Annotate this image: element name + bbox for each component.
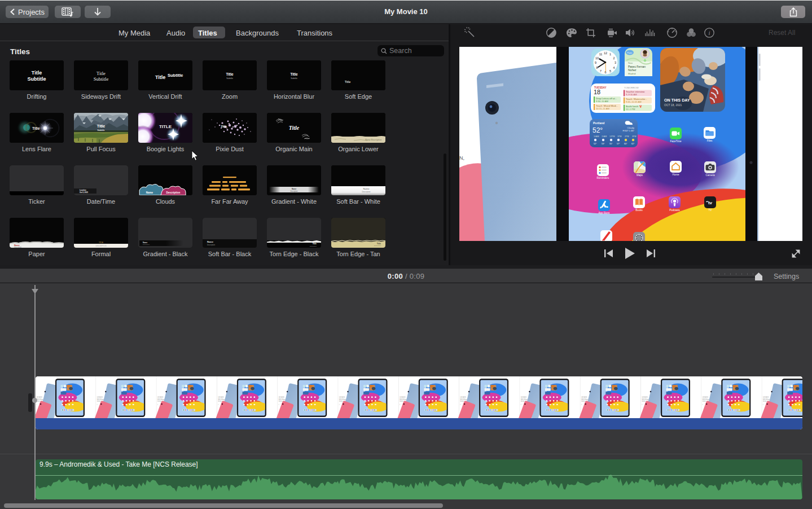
svg-text:11: 11 bbox=[599, 52, 603, 56]
svg-text:12–1 PM: 12–1 PM bbox=[626, 108, 635, 111]
svg-text:Title: Title bbox=[377, 243, 381, 245]
svg-text:9:30–10 AM: 9:30–10 AM bbox=[596, 100, 608, 103]
svg-text:1: 1 bbox=[609, 52, 611, 56]
svg-text:Title: Title bbox=[345, 80, 350, 84]
svg-text:tv: tv bbox=[708, 200, 713, 205]
svg-text:ON THIS DAY: ON THIS DAY bbox=[664, 98, 690, 103]
svg-text:Now: Now bbox=[628, 62, 633, 64]
svg-text:Subtitle: Subtitle bbox=[94, 76, 109, 82]
svg-text:2PM: 2PM bbox=[625, 135, 629, 138]
svg-text:Description: Description bbox=[143, 244, 150, 245]
svg-text:TITLE: TITLE bbox=[99, 242, 103, 244]
svg-text:Description: Description bbox=[14, 246, 22, 248]
svg-text:Madrid: Madrid bbox=[628, 72, 636, 75]
svg-text:Oct 5, 2023: Oct 5, 2023 bbox=[80, 191, 88, 194]
svg-text:i: i bbox=[708, 29, 710, 36]
svg-text:2: 2 bbox=[613, 56, 615, 60]
svg-text:3PM: 3PM bbox=[632, 135, 636, 138]
svg-text:60°: 60° bbox=[624, 143, 627, 145]
svg-text:3: 3 bbox=[615, 61, 616, 64]
svg-text:Description: Description bbox=[166, 191, 181, 194]
svg-text:55°: 55° bbox=[609, 143, 613, 145]
svg-text:Title: Title bbox=[313, 243, 317, 245]
svg-text:62°: 62° bbox=[631, 143, 635, 145]
svg-text:57°: 57° bbox=[617, 143, 620, 145]
svg-text:12: 12 bbox=[604, 51, 607, 55]
svg-text:11AM: 11AM bbox=[602, 135, 607, 138]
svg-text:Description: Description bbox=[374, 245, 381, 247]
svg-text:H:64° L:46°: H:64° L:46° bbox=[622, 129, 634, 132]
svg-text:Núñez: Núñez bbox=[628, 68, 637, 72]
svg-text:Title: Title bbox=[226, 72, 234, 76]
svg-text:Portland: Portland bbox=[593, 121, 604, 125]
svg-text:Name: Name bbox=[207, 240, 214, 243]
svg-text:Subtitle: Subtitle bbox=[168, 73, 183, 78]
svg-text:18: 18 bbox=[594, 89, 600, 95]
svg-text:4: 4 bbox=[613, 66, 615, 69]
svg-text:Name: Name bbox=[143, 242, 148, 244]
svg-text:Title: Title bbox=[290, 72, 298, 76]
svg-text:5: 5 bbox=[609, 69, 611, 73]
svg-text:52°: 52° bbox=[592, 126, 603, 134]
svg-text:Name: Name bbox=[363, 187, 370, 190]
svg-text:Title: Title bbox=[96, 71, 106, 76]
svg-text:Description: Description bbox=[362, 191, 370, 193]
svg-text:TOMORROW: TOMORROW bbox=[624, 86, 639, 89]
svg-text:12PM: 12PM bbox=[609, 135, 615, 138]
svg-text:9–9:30 AM: 9–9:30 AM bbox=[626, 93, 637, 96]
svg-text:Title: Title bbox=[221, 125, 227, 128]
svg-text:Description: Description bbox=[207, 244, 215, 246]
svg-text:Title: Title bbox=[32, 126, 40, 130]
svg-text:10AM: 10AM bbox=[594, 135, 599, 138]
svg-text:9:45–10:45 AM: 9:45–10:45 AM bbox=[626, 100, 642, 103]
svg-text:Description: Description bbox=[310, 245, 317, 247]
svg-text:Subtitle: Subtitle bbox=[28, 76, 46, 82]
svg-text:Subtitle: Subtitle bbox=[226, 77, 233, 80]
svg-text:OCT 18, 2021: OCT 18, 2021 bbox=[664, 103, 682, 107]
svg-text:Cloudy: Cloudy bbox=[627, 126, 634, 129]
svg-text:N,: N, bbox=[459, 155, 464, 161]
svg-text:1PM: 1PM bbox=[617, 135, 621, 138]
svg-text:DESCRIPTION: DESCRIPTION bbox=[95, 245, 106, 247]
svg-text:Pasec Fernan: Pasec Fernan bbox=[628, 65, 646, 68]
svg-text:10: 10 bbox=[595, 56, 599, 60]
svg-text:Title: Title bbox=[289, 125, 300, 131]
svg-text:Title: Title bbox=[32, 70, 42, 76]
svg-text:Subtitle: Subtitle bbox=[98, 129, 105, 131]
svg-text:Title: Title bbox=[97, 124, 105, 128]
svg-text:52°: 52° bbox=[594, 143, 597, 145]
svg-text:Name: Name bbox=[146, 191, 153, 194]
svg-text:Description: Description bbox=[291, 190, 299, 192]
svg-text:Name Description: Name Description bbox=[365, 138, 381, 141]
svg-text:8: 8 bbox=[596, 66, 598, 69]
svg-text:Pasec: Pasec bbox=[627, 52, 633, 54]
svg-text:10:15–11 AM: 10:15–11 AM bbox=[596, 107, 609, 110]
svg-text:7: 7 bbox=[600, 69, 602, 73]
svg-text:Name: Name bbox=[292, 188, 297, 190]
svg-text:53°: 53° bbox=[602, 143, 605, 145]
svg-text:Title: Title bbox=[155, 74, 165, 80]
svg-text:Subtitle: Subtitle bbox=[291, 77, 297, 80]
svg-text:9: 9 bbox=[595, 61, 596, 64]
svg-text:TITLE: TITLE bbox=[159, 124, 172, 129]
